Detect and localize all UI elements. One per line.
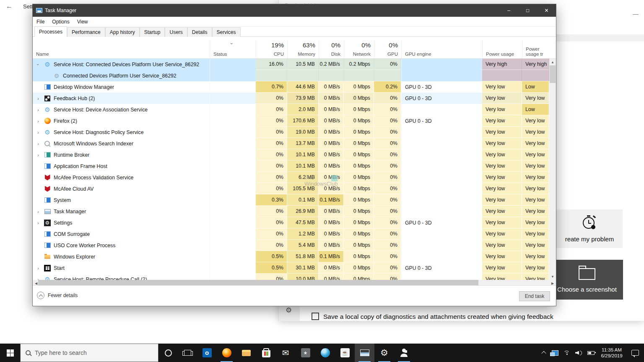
tab-startup[interactable]: Startup	[140, 27, 165, 37]
expander-chevron-icon[interactable]: ›	[36, 62, 41, 67]
menu-options[interactable]: Options	[48, 19, 73, 25]
gear-icon[interactable]: ⚙	[286, 306, 292, 315]
column-header-network[interactable]: 0% Network	[344, 40, 374, 58]
process-row[interactable]: › Connected Devices Platform User Servic…	[33, 70, 549, 81]
menu-file[interactable]: File	[33, 19, 48, 25]
column-header-memory[interactable]: 63% Memory	[287, 40, 319, 58]
taskbar-icon-task-manager[interactable]	[355, 344, 374, 362]
scroll-down-arrow[interactable]: ▼	[549, 273, 556, 280]
task-view-button[interactable]	[178, 344, 197, 362]
tab-services[interactable]: Services	[212, 27, 241, 37]
cortana-button[interactable]	[158, 344, 178, 362]
network-cell: 0 Mbps	[344, 127, 374, 138]
process-row[interactable]: › McAfee Cloud AV 0% 105.5 MB 0 MB/s 0 M…	[33, 183, 549, 194]
tab-app-history[interactable]: App history	[105, 27, 140, 37]
process-row[interactable]: › Feedback Hub (2) 0% 73.9 MB 0 MB/s 0 M…	[33, 93, 549, 104]
volume-icon[interactable]	[573, 344, 584, 362]
taskbar-search-box[interactable]	[20, 344, 158, 362]
expander-chevron-icon[interactable]: ›	[35, 266, 41, 271]
horizontal-scroll-thumb[interactable]	[38, 280, 478, 285]
choose-screenshot-tile[interactable]: Choose a screenshot	[551, 260, 623, 300]
process-row[interactable]: › McAfee Process Validation Service 0% 6…	[33, 172, 549, 183]
process-row[interactable]: › Service Host: Connected Devices Platfo…	[33, 59, 549, 70]
maximize-button[interactable]: □	[518, 4, 537, 17]
minimize-button[interactable]: —	[629, 11, 642, 17]
process-row[interactable]: › Service Host: Remote Procedure Call (2…	[33, 274, 549, 280]
taskbar-icon-file-explorer[interactable]	[236, 344, 256, 362]
power-usage-trend-cell: Low	[522, 104, 549, 115]
expander-chevron-icon[interactable]: ›	[35, 209, 41, 214]
process-row[interactable]: › Runtime Broker 0% 10.1 MB 0 MB/s 0 Mbp…	[33, 149, 549, 160]
back-arrow-icon[interactable]: ←	[6, 3, 13, 10]
expander-chevron-icon[interactable]: ›	[35, 96, 41, 101]
close-button[interactable]: ✕	[537, 4, 556, 17]
tab-processes[interactable]: Processes	[34, 26, 67, 37]
recreate-problem-tile[interactable]: reate my problem	[556, 209, 623, 248]
column-header-status[interactable]: › Status	[210, 40, 256, 58]
process-row[interactable]: › Windows Explorer 0.5% 51.8 MB 0.1 MB/s…	[33, 251, 549, 262]
column-header-name[interactable]: Name	[33, 40, 210, 58]
expander-chevron-icon[interactable]: ›	[35, 277, 41, 280]
taskbar-icon-firefox[interactable]	[217, 344, 236, 362]
column-header-gpu-engine[interactable]: GPU engine	[401, 40, 482, 58]
expander-chevron-icon[interactable]: ›	[35, 153, 41, 158]
tab-details[interactable]: Details	[187, 27, 212, 37]
process-row[interactable]: › USO Core Worker Process 0% 5.4 MB 0 MB…	[33, 240, 549, 251]
column-header-cpu[interactable]: 19% CPU	[256, 40, 287, 58]
expander-chevron-icon[interactable]: ›	[35, 107, 41, 112]
process-row[interactable]: › Settings 0% 47.5 MB 0 MB/s 0 Mbps 0% G…	[33, 217, 549, 228]
start-button[interactable]	[0, 344, 20, 362]
taskbar-icon-settings[interactable]	[374, 344, 394, 362]
process-row[interactable]: › Task Manager 0% 26.9 MB 0 MB/s 0 Mbps …	[33, 206, 549, 217]
cpu-cell: 0%	[256, 149, 287, 160]
process-row[interactable]: › Desktop Window Manager 0.7% 44.6 MB 0 …	[33, 81, 549, 93]
column-header-gpu[interactable]: 0% GPU	[374, 40, 401, 58]
expander-chevron-icon[interactable]: ›	[35, 130, 41, 135]
memory-cell: 10.1 MB	[287, 149, 319, 160]
menu-view[interactable]: View	[73, 19, 92, 25]
folder-icon	[44, 253, 51, 260]
column-header-disk[interactable]: 0% Disk	[319, 40, 344, 58]
scroll-up-arrow[interactable]: ▲	[549, 59, 556, 65]
process-row[interactable]: › Start 0.5% 30.1 MB 0 MB/s 0 Mbps 0% GP…	[33, 262, 549, 274]
process-row[interactable]: › Service Host: Diagnostic Policy Servic…	[33, 127, 549, 138]
tab-users[interactable]: Users	[165, 27, 187, 37]
tab-performance[interactable]: Performance	[67, 27, 105, 37]
vertical-scrollbar[interactable]: ▲ ▼	[549, 59, 556, 280]
process-name: Service Host: Diagnostic Policy Service	[54, 129, 144, 135]
expander-chevron-icon[interactable]: ›	[35, 119, 41, 124]
battery-icon[interactable]	[584, 344, 597, 362]
wifi-icon[interactable]	[561, 344, 573, 362]
minimize-button[interactable]: –	[499, 4, 518, 17]
fewer-details-button[interactable]: Fewer details	[37, 292, 78, 299]
column-header-power-usage-trend[interactable]: Power usage tr	[522, 40, 549, 58]
process-row[interactable]: › Firefox (2) 0% 170.6 MB 0 MB/s 0 Mbps …	[33, 115, 549, 127]
title-bar[interactable]: Task Manager – □ ✕	[33, 4, 556, 17]
search-input[interactable]	[35, 349, 144, 356]
taskbar-clock[interactable]: 11:35 AM 6/29/2019	[597, 344, 626, 362]
taskbar-icon-feedback[interactable]	[296, 344, 315, 362]
column-header-power-usage[interactable]: Power usage	[482, 40, 522, 58]
show-hidden-icons-chevron[interactable]	[538, 344, 549, 362]
display-tray-icon[interactable]	[549, 344, 561, 362]
taskbar-icon-people[interactable]	[394, 344, 414, 362]
gpu-cell: 0%	[374, 240, 401, 251]
process-row[interactable]: › Service Host: Device Association Servi…	[33, 104, 549, 115]
taskbar-icon-outlook[interactable]	[197, 344, 217, 362]
taskbar-icon-java[interactable]	[335, 344, 355, 362]
process-row[interactable]: › Application Frame Host 0% 10.1 MB 0 MB…	[33, 160, 549, 172]
end-task-button[interactable]: End task	[519, 291, 550, 301]
save-diagnostics-checkbox[interactable]	[312, 313, 319, 320]
horizontal-scrollbar[interactable]: ◀ ▶	[33, 280, 556, 285]
vertical-scroll-thumb[interactable]	[550, 65, 556, 83]
process-row[interactable]: › System 0.3% 0.1 MB 0.1 MB/s 0 Mbps 0% …	[33, 194, 549, 206]
action-center-button[interactable]	[626, 344, 644, 362]
taskbar-icon-microsoft-store[interactable]	[256, 344, 276, 362]
disk-cell: 0 MB/s	[319, 206, 344, 217]
process-row[interactable]: › COM Surrogate 0% 1.2 MB 0 MB/s 0 Mbps …	[33, 228, 549, 240]
expander-chevron-icon[interactable]: ›	[35, 220, 41, 225]
taskbar-icon-globe[interactable]	[315, 344, 335, 362]
taskbar-icon-mail[interactable]	[276, 344, 296, 362]
process-row[interactable]: › Microsoft Windows Search Indexer 0% 13…	[33, 138, 549, 149]
expander-chevron-icon[interactable]: ›	[35, 141, 41, 146]
